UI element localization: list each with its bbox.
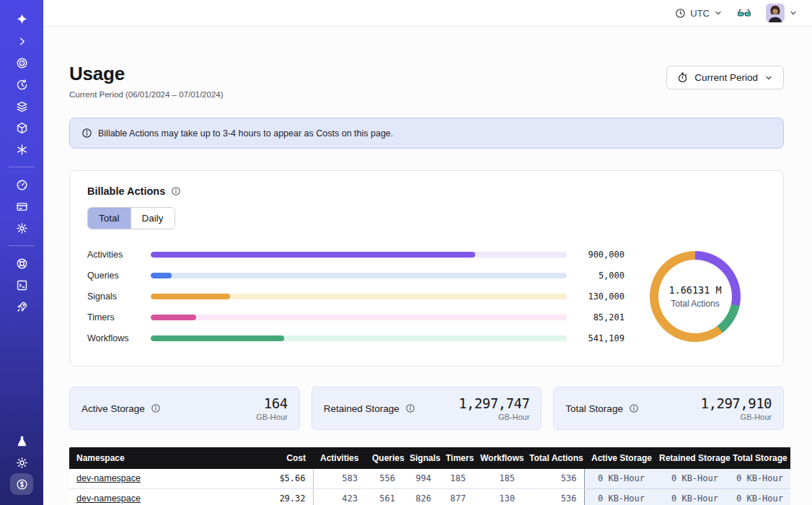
bar-label: Queries <box>87 271 151 281</box>
bar-track <box>151 315 567 320</box>
glasses-button[interactable] <box>737 7 751 19</box>
queries-cell: 556 <box>365 469 402 488</box>
lab-flask-icon[interactable] <box>10 430 33 452</box>
active-storage-unit: GB-Hour <box>256 413 287 421</box>
bar-value: 130,000 <box>578 291 625 302</box>
chevron-right-icon[interactable] <box>10 30 33 52</box>
bar-row-signals: Signals 130,000 <box>87 286 625 307</box>
bar-value: 5,000 <box>578 271 625 281</box>
page-title: Usage <box>69 63 224 85</box>
billable-actions-chart: Activities 900,000 Queries 5,000 Signals… <box>87 244 766 348</box>
active-storage-label: Active Storage <box>81 403 145 414</box>
nexus-asterisk-icon[interactable] <box>10 139 33 160</box>
namespace-link[interactable]: dev-namespace <box>76 493 141 504</box>
table-row: dev-namespace 29.32 423 561 826 877 130 … <box>69 488 790 505</box>
glasses-icon <box>737 7 751 19</box>
col-signals: Signals <box>402 447 438 469</box>
billing-card-icon[interactable] <box>10 196 33 217</box>
theme-sun-icon[interactable] <box>10 452 33 473</box>
cube-icon[interactable] <box>10 117 33 139</box>
stacked-layers-icon[interactable] <box>10 95 33 117</box>
total-storage-value: 1,297,910 <box>701 395 772 411</box>
pricing-dollar-icon[interactable] <box>10 473 33 495</box>
bar-track <box>151 294 567 299</box>
col-total-storage: Total Storage <box>725 447 790 469</box>
namespaces-spiral-icon[interactable] <box>10 52 33 74</box>
bar-row-timers: Timers 85,201 <box>87 307 625 328</box>
active-storage-value: 164 <box>256 395 287 411</box>
total-storage-cell: 0 KB-Hour <box>725 469 790 488</box>
col-total-actions: Total Actions <box>522 447 584 469</box>
cost-cell: 29.32 <box>248 488 313 505</box>
usage-page: Usage Current Period (06/01/2024 – 07/01… <box>43 27 812 505</box>
billable-actions-card: Billable Actions Total Daily Activities … <box>69 170 784 366</box>
active-storage-cell: 0 KB-Hour <box>584 488 652 505</box>
support-lifering-icon[interactable] <box>10 252 33 274</box>
info-icon <box>81 128 92 139</box>
chevron-down-icon <box>764 74 773 82</box>
current-period-button[interactable]: Current Period <box>666 66 784 89</box>
bar-fill <box>151 315 196 320</box>
docs-console-icon[interactable] <box>10 274 33 296</box>
timezone-selector[interactable]: UTC <box>675 8 723 19</box>
temporal-logo-icon[interactable] <box>10 9 33 30</box>
bar-track <box>151 335 567 341</box>
bar-label: Timers <box>87 312 151 322</box>
total-actions-cell: 536 <box>522 469 584 488</box>
retained-storage-label: Retained Storage <box>324 403 400 414</box>
retained-storage-card: Retained Storage 1,297,747 GB-Hour <box>312 387 542 430</box>
info-icon[interactable] <box>151 403 161 413</box>
retention-timer-icon[interactable] <box>10 74 33 95</box>
bar-chart: Activities 900,000 Queries 5,000 Signals… <box>87 244 625 348</box>
info-icon[interactable] <box>629 403 639 413</box>
total-storage-card: Total Storage 1,297,910 GB-Hour <box>553 387 784 430</box>
tab-daily[interactable]: Daily <box>131 208 175 229</box>
sidebar-divider <box>9 167 35 167</box>
retained-storage-unit: GB-Hour <box>459 413 529 421</box>
col-queries: Queries <box>365 447 402 469</box>
bar-label: Activities <box>87 250 151 260</box>
col-active-storage: Active Storage <box>584 447 652 469</box>
sidebar <box>0 0 43 505</box>
bar-value: 541,109 <box>578 333 625 343</box>
tab-total[interactable]: Total <box>88 208 131 229</box>
donut-chart: 1.66131 M Total Actions <box>650 251 741 342</box>
period-button-label: Current Period <box>694 72 758 83</box>
retained-storage-value: 1,297,747 <box>459 395 529 411</box>
total-storage-cell: 0 KB-Hour <box>725 488 790 505</box>
clock-icon <box>675 8 686 19</box>
sidebar-divider <box>9 245 35 246</box>
retained-storage-cell: 0 KB-Hour <box>652 469 725 488</box>
col-cost: Cost <box>248 447 313 469</box>
namespace-link[interactable]: dev-namespace <box>76 473 141 483</box>
active-storage-cell: 0 KB-Hour <box>584 469 652 488</box>
rocket-icon[interactable] <box>10 296 33 317</box>
usage-gauge-icon[interactable] <box>10 174 33 196</box>
info-icon[interactable] <box>405 403 415 413</box>
bar-value: 900,000 <box>578 250 625 260</box>
bar-label: Signals <box>87 291 151 302</box>
col-namespace: Namespace <box>69 447 248 469</box>
table-row: dev-namespace $5.66 583 556 994 185 185 … <box>69 469 790 488</box>
total-actions-value: 1.66131 M <box>668 284 721 296</box>
settings-gear-icon[interactable] <box>10 217 33 239</box>
banner-text: Billable Actions may take up to 3-4 hour… <box>98 128 393 139</box>
col-workflows: Workflows <box>473 447 522 469</box>
storage-cards: Active Storage 164 GB-Hour Retained Stor… <box>69 387 784 430</box>
donut-center: 1.66131 M Total Actions <box>658 260 732 333</box>
page-subtitle: Current Period (06/01/2024 – 07/01/2024) <box>69 90 224 99</box>
chevron-down-icon <box>714 9 723 17</box>
total-daily-tabs: Total Daily <box>87 207 175 229</box>
signals-cell: 826 <box>402 488 438 505</box>
page-header: Usage Current Period (06/01/2024 – 07/01… <box>69 63 784 99</box>
bar-row-activities: Activities 900,000 <box>87 244 625 265</box>
signals-cell: 994 <box>402 469 438 488</box>
user-menu[interactable] <box>766 4 798 22</box>
main-column: UTC Usage Current Period (06/01/2024 – 0… <box>43 0 812 505</box>
total-actions-cell: 536 <box>522 488 584 505</box>
namespace-usage-table: Namespace Cost Activities Queries Signal… <box>69 447 790 505</box>
timers-cell: 185 <box>438 469 473 488</box>
bar-track <box>151 273 567 278</box>
info-icon[interactable] <box>171 186 181 196</box>
col-activities: Activities <box>313 447 365 469</box>
